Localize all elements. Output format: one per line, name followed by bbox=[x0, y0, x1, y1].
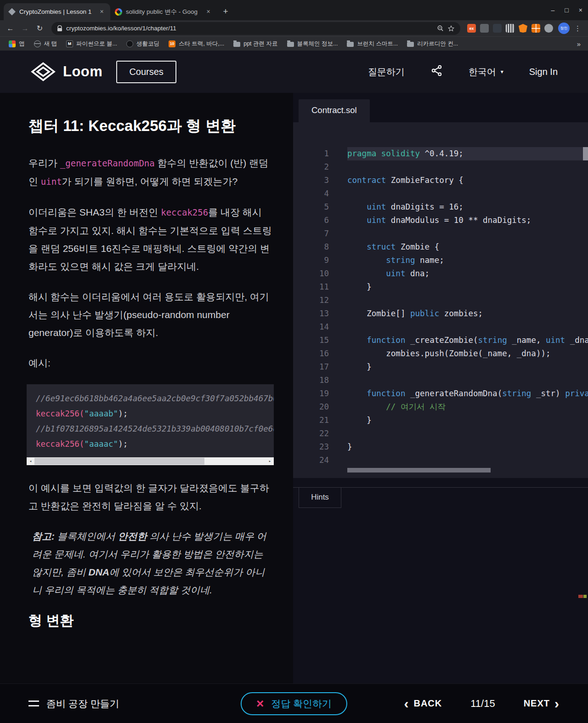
inline-code: _generateRandomDna bbox=[60, 158, 155, 168]
bookmark-star-icon[interactable] bbox=[447, 25, 455, 32]
line-number: 11 bbox=[293, 280, 329, 294]
line-number: 4 bbox=[293, 187, 329, 200]
new-tab-button[interactable]: + bbox=[220, 6, 232, 17]
language-selector[interactable]: 한국어 ▾ bbox=[469, 66, 503, 78]
next-nav-button[interactable]: NEXT › bbox=[524, 697, 560, 711]
text-segment: 블록체인에서 bbox=[55, 531, 118, 541]
ask-question-link[interactable]: 질문하기 bbox=[368, 66, 405, 78]
line-code: Zombie[] public zombies; bbox=[329, 307, 483, 320]
maximize-button[interactable]: □ bbox=[565, 6, 568, 14]
tab-strip: CryptoZombies | Lesson 1×solidity public… bbox=[0, 0, 588, 20]
code-line: 17 } bbox=[293, 360, 588, 374]
scrollbar-thumb[interactable] bbox=[34, 458, 204, 465]
line-number: 8 bbox=[293, 240, 329, 254]
code-token: // 여기서 시작 bbox=[386, 402, 446, 411]
window-close-button[interactable]: × bbox=[579, 6, 582, 14]
line-number: 5 bbox=[293, 200, 329, 214]
courses-button[interactable]: Courses bbox=[116, 61, 176, 83]
editor-tab-bar: Contract.sol bbox=[293, 93, 588, 122]
line-code: zombies.push(Zombie(_name, _dna)); bbox=[329, 347, 551, 360]
bookmark-item[interactable]: 생활코딩 bbox=[122, 39, 164, 49]
example-label: 예시: bbox=[28, 354, 274, 372]
bookmark-item[interactable]: ppt 관련 자료 bbox=[229, 39, 282, 49]
code-string: "aaaac" bbox=[84, 439, 118, 449]
menu-kebab-icon[interactable]: ⋮ bbox=[571, 24, 584, 33]
back-button[interactable]: ← bbox=[4, 24, 17, 33]
browser-tab[interactable]: solidity public 변수 - Goog× bbox=[110, 3, 217, 20]
code-token: uint bbox=[367, 202, 386, 211]
line-code: uint dnaModulus = 10 ** dnaDigits; bbox=[329, 214, 531, 227]
code-line: 21 } bbox=[293, 414, 588, 427]
code-token bbox=[347, 242, 367, 251]
minimize-button[interactable]: – bbox=[551, 6, 555, 14]
example-code-line: keccak256("aaaac"); bbox=[36, 437, 274, 452]
cz-favicon bbox=[8, 8, 16, 16]
bookmark-item[interactable]: 앱 bbox=[5, 39, 29, 49]
line-number: 13 bbox=[293, 307, 329, 320]
loom-logo-icon[interactable] bbox=[30, 62, 56, 82]
line-number: 1 bbox=[293, 147, 329, 160]
line-code bbox=[329, 294, 347, 307]
extension-striped-icon[interactable] bbox=[506, 24, 514, 33]
code-token: ZombieFactory { bbox=[386, 176, 464, 185]
scroll-left-icon[interactable]: ◂ bbox=[27, 454, 34, 465]
code-token bbox=[347, 202, 367, 211]
code-line: 13 Zombie[] public zombies; bbox=[293, 307, 588, 320]
check-answer-button[interactable]: × 정답 확인하기 bbox=[241, 692, 347, 715]
tab-close-icon[interactable]: × bbox=[98, 8, 106, 16]
horizontal-scrollbar-thumb[interactable] bbox=[347, 468, 491, 473]
folder-icon bbox=[407, 42, 414, 47]
line-number: 15 bbox=[293, 334, 329, 347]
sign-in-link[interactable]: Sign In bbox=[529, 67, 558, 77]
main-area: 챕터 11: Keccak256과 형 변환 우리가 _generateRand… bbox=[0, 93, 588, 683]
scroll-right-icon[interactable]: ▸ bbox=[266, 454, 274, 465]
tab-close-icon[interactable]: × bbox=[204, 8, 212, 16]
chevron-left-icon: ‹ bbox=[404, 697, 409, 711]
address-bar[interactable]: cryptozombies.io/ko/lesson/1/chapter/11 bbox=[51, 22, 460, 35]
bookmarks-overflow-icon[interactable]: » bbox=[574, 40, 583, 48]
site-header: Loom Courses 질문하기 한국어 ▾ Sign In bbox=[0, 51, 588, 93]
line-number: 6 bbox=[293, 214, 329, 227]
profile-avatar[interactable]: 정민 bbox=[558, 23, 570, 34]
brand-name[interactable]: Loom bbox=[63, 63, 102, 80]
line-code: struct Zombie { bbox=[329, 240, 439, 254]
bookmark-item[interactable]: 새 탭 bbox=[30, 39, 61, 49]
line-code bbox=[329, 427, 347, 440]
browser-tab[interactable]: CryptoZombies | Lesson 1× bbox=[4, 3, 110, 20]
folder-icon bbox=[287, 42, 294, 47]
line-number: 14 bbox=[293, 320, 329, 334]
extension-icon[interactable] bbox=[480, 24, 489, 33]
extension-grid-icon[interactable] bbox=[531, 24, 540, 33]
code-token: uint bbox=[367, 216, 386, 225]
zoom-icon[interactable] bbox=[437, 25, 444, 32]
reload-button[interactable]: ↻ bbox=[33, 24, 46, 33]
bookmark-item[interactable]: 10스타 트랙, 바다,... bbox=[164, 39, 228, 49]
line-number: 22 bbox=[293, 427, 329, 440]
line-number: 12 bbox=[293, 294, 329, 307]
bookmark-item[interactable]: M파이썬으로 블... bbox=[62, 39, 121, 49]
medium-icon: M bbox=[66, 40, 73, 47]
bookmark-item[interactable]: 브런치 스마트... bbox=[343, 39, 402, 49]
vertical-scrollbar-thumb[interactable] bbox=[583, 147, 588, 160]
example-scrollbar[interactable]: ◂ ▸ bbox=[27, 457, 274, 465]
bookmark-label: 블록체인 정보... bbox=[297, 40, 338, 48]
section-heading: 형 변환 bbox=[28, 611, 274, 630]
contract-tab[interactable]: Contract.sol bbox=[299, 99, 370, 122]
bookmark-item[interactable]: 블록체인 정보... bbox=[283, 39, 342, 49]
forward-button[interactable]: → bbox=[18, 24, 32, 33]
code-token bbox=[347, 336, 367, 345]
code-token: zombies; bbox=[439, 309, 483, 318]
extension-icon[interactable] bbox=[493, 24, 502, 33]
code-line: 10 uint dna; bbox=[293, 267, 588, 280]
share-icon[interactable] bbox=[430, 64, 443, 79]
bookmark-item[interactable]: 리카르디안 컨... bbox=[403, 39, 462, 49]
metamask-icon[interactable] bbox=[519, 24, 527, 33]
code-editor[interactable]: 1pragma solidity ^0.4.19;23contract Zomb… bbox=[293, 122, 588, 478]
hints-tab[interactable]: Hints bbox=[299, 488, 341, 508]
back-nav-button[interactable]: ‹ BACK bbox=[404, 697, 442, 711]
code-token: Zombie { bbox=[396, 242, 439, 251]
editor-panel: Contract.sol 1pragma solidity ^0.4.19;23… bbox=[293, 93, 588, 683]
extension-ex-icon[interactable]: ex bbox=[467, 24, 476, 33]
bookmark-label: 생활코딩 bbox=[136, 40, 159, 48]
extension-circle-icon[interactable] bbox=[544, 24, 553, 33]
